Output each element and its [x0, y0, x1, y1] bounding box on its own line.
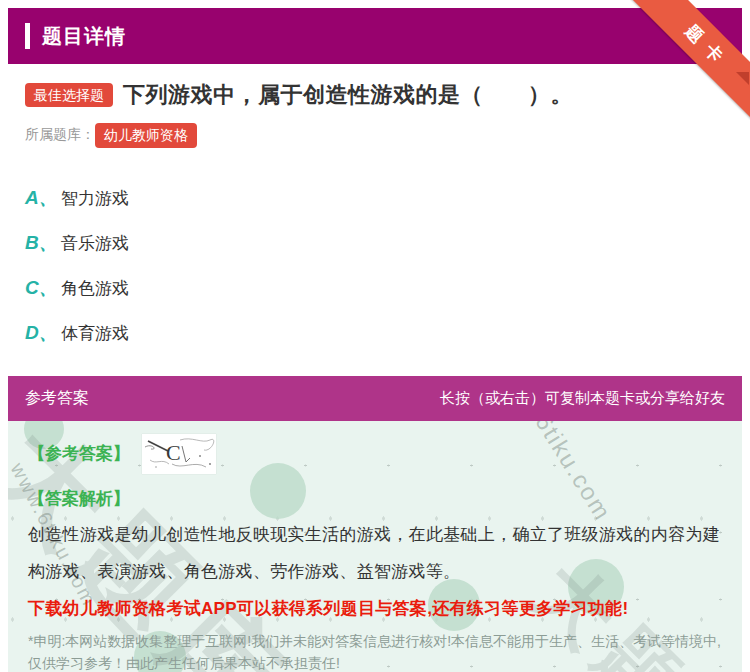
ribbon-fold: [736, 72, 749, 85]
question-detail-page: 题目详情 题卡 最佳选择题 下列游戏中，属于创造性游戏的是（ ）。 所属题库： …: [0, 0, 750, 672]
question-text: 下列游戏中，属于创造性游戏的是（ ）。: [123, 80, 573, 110]
reference-answer-label: 【参考答案】: [28, 442, 130, 465]
answer-bar-title: 参考答案: [25, 388, 89, 409]
app-promo-text: 下载幼儿教师资格考试APP可以获得系列题目与答案,还有练习等更多学习功能!: [28, 597, 724, 620]
option-b-text: 音乐游戏: [61, 232, 129, 255]
question-type-badge: 最佳选择题: [25, 83, 113, 108]
option-d-letter: D、: [25, 320, 61, 346]
ribbon-card-link[interactable]: 题卡: [630, 0, 750, 120]
bank-badge: 幼儿教师资格: [95, 123, 197, 148]
disclaimer-text: *申明:本网站数据收集整理于互联网!我们并未能对答案信息进行核对!本信息不能用于…: [28, 630, 724, 672]
page-title: 题目详情: [42, 23, 126, 50]
answer-header-bar: 参考答案 长按（或右击）可复制本题卡或分享给好友: [8, 376, 742, 421]
options-list: A、 智力游戏 B、 音乐游戏 C、 角色游戏 D、 体育游戏: [25, 176, 733, 356]
option-c-text: 角色游戏: [61, 277, 129, 300]
option-d-text: 体育游戏: [61, 322, 129, 345]
option-a: A、 智力游戏: [25, 176, 733, 221]
answer-captcha-image: C: [142, 434, 216, 474]
option-d: D、 体育游戏: [25, 311, 733, 356]
corner-ribbon: 题卡: [630, 0, 750, 120]
option-a-text: 智力游戏: [61, 187, 129, 210]
bank-label: 所属题库：: [25, 126, 95, 144]
option-b-letter: B、: [25, 230, 61, 256]
analysis-label: 【答案解析】: [28, 487, 130, 510]
answer-copy-hint: 长按（或右击）可复制本题卡或分享给好友: [440, 389, 725, 408]
option-c-letter: C、: [25, 275, 61, 301]
answer-letter: C: [166, 440, 181, 465]
analysis-text: 创造性游戏是幼儿创造性地反映现实生活的游戏，在此基础上，确立了班级游戏的内容为建…: [28, 516, 724, 590]
option-c: C、 角色游戏: [25, 266, 733, 311]
option-a-letter: A、: [25, 185, 61, 211]
header-accent-bar: [25, 23, 30, 49]
option-b: B、 音乐游戏: [25, 221, 733, 266]
answer-section: www.6tiku.com 6tiku.com 大题库 大题库 【参考答案】: [8, 421, 742, 672]
